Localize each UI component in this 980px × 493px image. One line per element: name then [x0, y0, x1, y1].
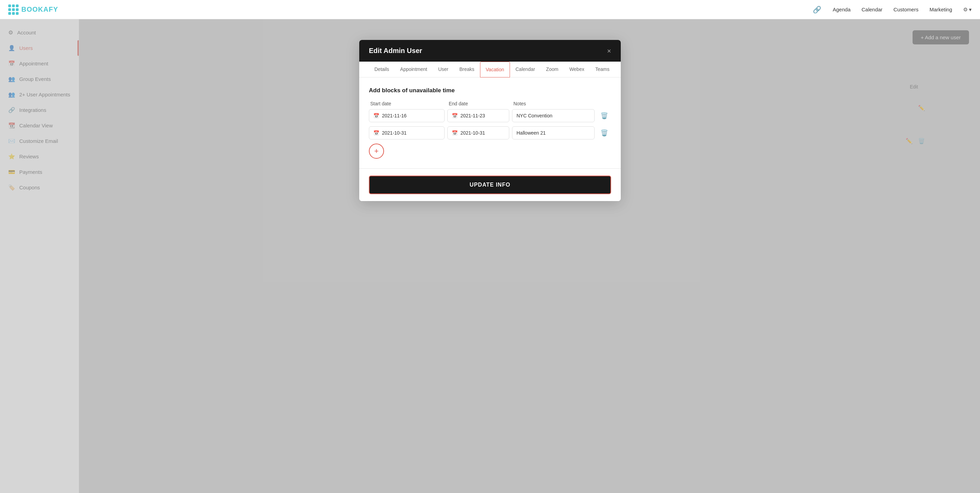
gear-button[interactable]: ⚙ ▾ [963, 6, 972, 13]
row2-end-value: 2021-10-31 [460, 130, 485, 136]
logo-grid-icon [8, 5, 19, 15]
trash-icon-1: 🗑️ [600, 112, 608, 120]
modal-title: Edit Admin User [369, 47, 422, 55]
update-info-button[interactable]: UPDATE INFO [369, 176, 611, 194]
row2-notes[interactable]: Halloween 21 [512, 126, 595, 139]
col-notes: Notes [514, 101, 593, 106]
row1-start-value: 2021-11-16 [382, 113, 407, 118]
calendar-icon-1: 📅 [373, 113, 379, 118]
section-title: Add blocks of unavailable time [369, 87, 611, 94]
nav-marketing[interactable]: Marketing [929, 6, 952, 13]
calendar-icon-2: 📅 [452, 113, 458, 118]
tab-breaks[interactable]: Breaks [454, 62, 480, 77]
vacation-row-2: 📅 2021-10-31 📅 2021-10-31 Halloween 21 🗑… [369, 126, 611, 139]
add-row-button[interactable]: + [369, 144, 384, 159]
link-icon[interactable]: 🔗 [812, 5, 822, 14]
delete-row2-button[interactable]: 🗑️ [597, 129, 611, 137]
tab-calendar[interactable]: Calendar [510, 62, 541, 77]
row1-notes[interactable]: NYC Convention [512, 109, 595, 122]
row2-notes-value: Halloween 21 [517, 130, 546, 136]
col-start-date: Start date [370, 101, 446, 106]
gear-icon: ⚙ [963, 6, 967, 13]
vacation-table-header: Start date End date Notes [369, 101, 611, 106]
tab-zoom[interactable]: Zoom [541, 62, 564, 77]
vacation-row-1: 📅 2021-11-16 📅 2021-11-23 NYC Convention… [369, 109, 611, 122]
modal: Edit Admin User × Details Appointment Us… [359, 40, 621, 201]
modal-header: Edit Admin User × [359, 40, 621, 62]
row1-start-date[interactable]: 📅 2021-11-16 [369, 109, 445, 122]
delete-row1-button[interactable]: 🗑️ [597, 112, 611, 120]
logo: BOOKAFY [8, 5, 58, 15]
row1-end-date[interactable]: 📅 2021-11-23 [447, 109, 509, 122]
topnav-links: 🔗 Agenda Calendar Customers Marketing ⚙ … [812, 5, 972, 14]
nav-customers[interactable]: Customers [894, 6, 919, 13]
trash-icon-2: 🗑️ [600, 129, 608, 137]
calendar-icon-3: 📅 [373, 130, 379, 136]
col-end-date: End date [449, 101, 511, 106]
tab-vacation[interactable]: Vacation [480, 62, 510, 77]
tab-appointment[interactable]: Appointment [395, 62, 433, 77]
nav-calendar[interactable]: Calendar [862, 6, 883, 13]
tab-webex[interactable]: Webex [564, 62, 590, 77]
row1-end-value: 2021-11-23 [460, 113, 485, 118]
plus-icon: + [374, 147, 379, 156]
row2-start-date[interactable]: 📅 2021-10-31 [369, 126, 445, 139]
tab-teams[interactable]: Teams [590, 62, 615, 77]
gear-chevron: ▾ [969, 6, 972, 13]
modal-tabs: Details Appointment User Breaks Vacation… [359, 62, 621, 77]
modal-body: Add blocks of unavailable time Start dat… [359, 77, 621, 168]
top-navigation: BOOKAFY 🔗 Agenda Calendar Customers Mark… [0, 0, 980, 19]
col-actions [596, 101, 610, 106]
tab-user[interactable]: User [433, 62, 454, 77]
calendar-icon-4: 📅 [452, 130, 458, 136]
modal-overlay: Edit Admin User × Details Appointment Us… [0, 19, 980, 493]
row2-end-date[interactable]: 📅 2021-10-31 [447, 126, 509, 139]
row2-start-value: 2021-10-31 [382, 130, 407, 136]
logo-text: BOOKAFY [21, 5, 58, 13]
nav-agenda[interactable]: Agenda [833, 6, 851, 13]
modal-footer: UPDATE INFO [359, 168, 621, 201]
tab-details[interactable]: Details [369, 62, 395, 77]
row1-notes-value: NYC Convention [517, 113, 552, 118]
modal-close-button[interactable]: × [607, 48, 611, 54]
